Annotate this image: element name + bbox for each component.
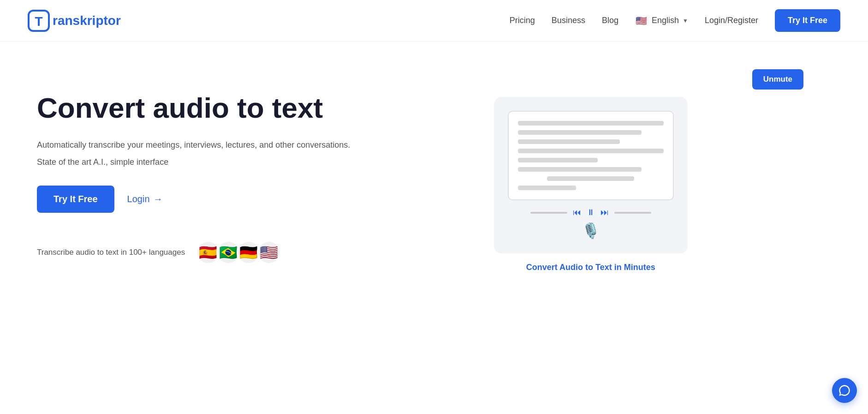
arrow-icon: → — [154, 194, 163, 204]
unmute-button[interactable]: Unmute — [752, 69, 803, 90]
nav-pricing[interactable]: Pricing — [510, 16, 535, 25]
mock-line-5 — [518, 158, 598, 162]
hero-cta: Try It Free Login → — [37, 186, 350, 213]
mock-line-6 — [518, 167, 642, 172]
chat-bubble-button[interactable] — [832, 378, 857, 403]
login-label: Login — [127, 194, 150, 204]
hero-right: Unmute ⏮ ⏸ ⏭ 🎙️ Convert Audio to — [350, 69, 831, 272]
logo-text: ranskriptor — [53, 13, 121, 28]
language-selector[interactable]: 🇺🇸 English ▼ — [635, 14, 688, 27]
hero-title: Convert audio to text — [37, 92, 350, 124]
nav-try-free-button[interactable]: Try It Free — [775, 9, 840, 32]
mock-line-7 — [547, 176, 635, 181]
mock-line-4 — [518, 149, 664, 153]
flag-usa: 🇺🇸 — [257, 240, 281, 264]
logo-icon: T — [28, 10, 50, 32]
pause-icon[interactable]: ⏸ — [587, 208, 595, 217]
hero-left: Convert audio to text Automatically tran… — [37, 78, 350, 264]
svg-text:T: T — [35, 14, 42, 29]
mock-line-3 — [518, 139, 620, 144]
video-card: ⏮ ⏸ ⏭ 🎙️ — [494, 97, 688, 253]
hero-subtitle: Automatically transcribe your meetings, … — [37, 138, 350, 152]
hero-sub2: State of the art A.I., simple interface — [37, 157, 350, 167]
forward-icon[interactable]: ⏭ — [600, 208, 609, 217]
mock-line-1 — [518, 121, 664, 126]
mock-line-8 — [518, 186, 576, 190]
chat-icon — [838, 384, 851, 397]
chevron-down-icon: ▼ — [683, 18, 688, 24]
microphone-icon: 🎙️ — [582, 222, 600, 240]
progress-bar-right — [614, 212, 651, 214]
nav-business[interactable]: Business — [552, 16, 585, 25]
languages-text: Transcribe audio to text in 100+ languag… — [37, 248, 185, 257]
nav-blog[interactable]: Blog — [602, 16, 618, 25]
language-label: English — [652, 16, 679, 25]
mock-line-2 — [518, 130, 642, 135]
login-register-link[interactable]: Login/Register — [705, 16, 758, 25]
logo[interactable]: T ranskriptor — [28, 10, 121, 32]
flags-stack: 🇪🇸 🇧🇷 🇩🇪 🇺🇸 — [196, 240, 281, 264]
language-flag: 🇺🇸 — [635, 14, 648, 27]
hero-login-link[interactable]: Login → — [127, 194, 163, 204]
transcript-mock — [508, 111, 674, 200]
convert-text: Convert Audio to Text in Minutes — [526, 263, 655, 272]
progress-bar-left — [530, 212, 567, 214]
hero-try-free-button[interactable]: Try It Free — [37, 186, 114, 213]
hero-section: Convert audio to text Automatically tran… — [0, 42, 868, 300]
player-controls: ⏮ ⏸ ⏭ — [530, 208, 651, 217]
rewind-icon[interactable]: ⏮ — [573, 208, 581, 217]
languages-section: Transcribe audio to text in 100+ languag… — [37, 240, 350, 264]
navbar: T ranskriptor Pricing Business Blog 🇺🇸 E… — [0, 0, 868, 42]
nav-links: Pricing Business Blog 🇺🇸 English ▼ Login… — [510, 9, 840, 32]
